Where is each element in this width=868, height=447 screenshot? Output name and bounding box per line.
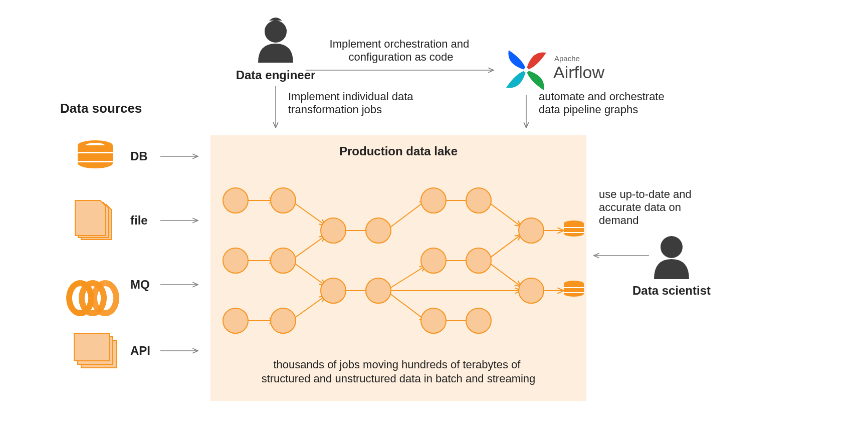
airflow-brand-top: Apache	[554, 54, 580, 63]
svg-point-49	[466, 308, 491, 333]
source-mq-label: MQ	[130, 278, 150, 291]
source-api-label: API	[130, 344, 150, 357]
db-icon	[78, 140, 113, 168]
source-file-label: file	[130, 213, 148, 227]
svg-point-41	[366, 218, 391, 243]
svg-point-46	[421, 248, 446, 273]
svg-rect-58	[564, 232, 584, 233]
mq-icon	[69, 283, 116, 313]
svg-point-66	[661, 236, 683, 258]
svg-point-37	[271, 248, 296, 273]
svg-point-64	[564, 291, 584, 297]
output-db-icon-2	[564, 281, 584, 297]
svg-point-45	[466, 188, 491, 213]
lake-title: Production data lake	[339, 144, 458, 158]
svg-point-6	[78, 158, 113, 168]
svg-point-12	[524, 68, 529, 73]
svg-rect-10	[74, 333, 109, 361]
svg-rect-4	[78, 152, 113, 153]
svg-point-35	[271, 188, 296, 213]
airflow-logo-icon	[506, 50, 546, 90]
svg-point-44	[421, 188, 446, 213]
svg-point-34	[223, 188, 248, 213]
svg-rect-62	[564, 287, 584, 288]
output-db-icon-1	[564, 220, 584, 237]
scientist-label: Data scientist	[632, 284, 711, 297]
engineer-to-airflow-label: Implement orchestration and configuratio…	[330, 38, 473, 63]
api-icon	[74, 333, 116, 368]
airflow-brand-main: Airflow	[553, 63, 604, 82]
data-sources-title: Data sources	[60, 101, 142, 116]
svg-point-36	[223, 248, 248, 273]
svg-point-40	[321, 218, 346, 243]
svg-point-51	[519, 278, 544, 303]
engineer-icon	[258, 18, 293, 63]
airflow-to-lake-label: automate and orchestrate data pipeline g…	[539, 90, 668, 116]
scientist-caption: use up-to-date and accurate data on dema…	[599, 188, 695, 227]
engineer-label: Data engineer	[236, 68, 316, 82]
svg-point-42	[321, 278, 346, 303]
scientist-icon	[654, 236, 689, 279]
svg-point-48	[421, 308, 446, 333]
svg-point-47	[466, 248, 491, 273]
svg-point-39	[271, 308, 296, 333]
svg-rect-65	[564, 292, 584, 293]
engineer-to-lake-label: Implement individual data transformation…	[288, 90, 416, 116]
file-icon	[75, 200, 111, 240]
svg-rect-55	[564, 227, 584, 228]
svg-point-50	[519, 218, 544, 243]
svg-rect-7	[78, 161, 113, 162]
source-db-label: DB	[130, 149, 148, 163]
svg-point-38	[223, 308, 248, 333]
svg-point-57	[564, 231, 584, 237]
svg-point-43	[366, 278, 391, 303]
